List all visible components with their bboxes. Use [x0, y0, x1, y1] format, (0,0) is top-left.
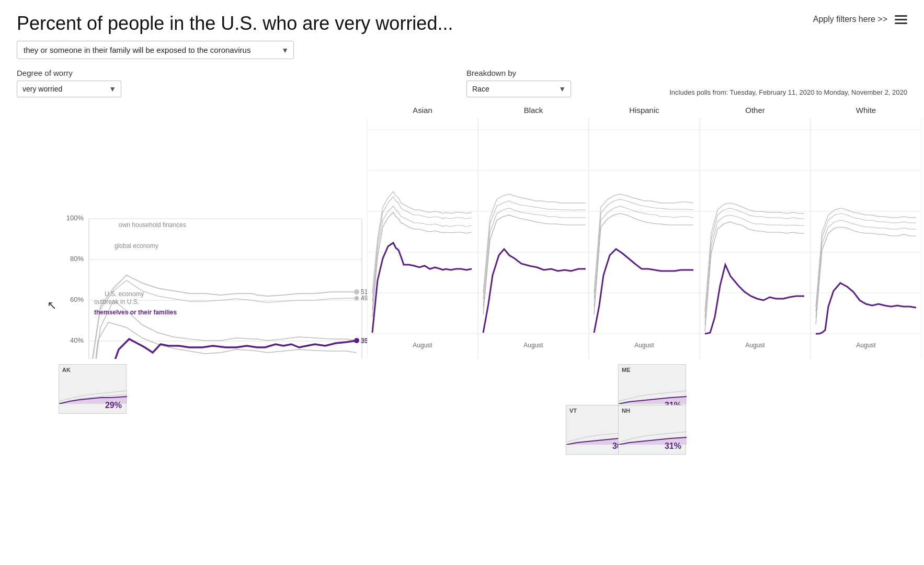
svg-text:Black: Black: [524, 106, 543, 115]
main-dropdown[interactable]: they or someone in their family will be …: [17, 41, 294, 59]
page-title: Percent of people in the U.S. who are ve…: [17, 13, 813, 35]
svg-text:August: August: [413, 342, 432, 349]
mini-map-chart-AK: [59, 372, 127, 404]
header-row: Percent of people in the U.S. who are ve…: [17, 13, 907, 35]
svg-text:Other: Other: [745, 106, 765, 115]
mini-map-pct-NH: 31%: [665, 442, 681, 451]
page-container: Percent of people in the U.S. who are ve…: [0, 0, 924, 565]
svg-text:August: August: [856, 342, 876, 349]
svg-text:80%: 80%: [70, 255, 84, 263]
svg-text:49%: 49%: [361, 295, 367, 302]
svg-text:August: August: [745, 342, 765, 349]
svg-text:Hispanic: Hispanic: [629, 106, 659, 115]
header-right: Apply filters here >>: [813, 13, 907, 24]
date-info: Includes polls from: Tuesday, February 1…: [669, 87, 907, 98]
hamburger-menu[interactable]: [895, 15, 907, 24]
main-chart-area: 100% 80% 60% 40% 20% 0% Feb 1 Apr 1: [17, 103, 367, 359]
svg-text:↖: ↖: [47, 299, 56, 312]
mini-map-chart-NH: [619, 413, 687, 445]
svg-text:Asian: Asian: [413, 106, 432, 115]
svg-text:60%: 60%: [70, 296, 84, 303]
charts-container: 100% 80% 60% 40% 20% 0% Feb 1 Apr 1: [17, 103, 907, 359]
svg-point-21: [355, 296, 359, 300]
svg-text:themselves or their families: themselves or their families: [94, 309, 177, 316]
svg-text:August: August: [634, 342, 654, 349]
breakdown-by-group: Breakdown by RaceAgeGenderIncome ▼: [466, 69, 571, 97]
mini-map-AK[interactable]: AK 29%: [59, 364, 127, 414]
main-dropdown-wrapper: they or someone in their family will be …: [17, 41, 294, 59]
svg-text:own household finances: own household finances: [119, 221, 186, 229]
main-dropdown-row: they or someone in their family will be …: [17, 41, 907, 59]
svg-text:White: White: [856, 106, 876, 115]
svg-text:August: August: [523, 342, 543, 349]
degree-of-worry-dropdown[interactable]: very worriedsomewhat worriednot worried: [17, 81, 121, 97]
degree-dropdown-wrapper: very worriedsomewhat worriednot worried …: [17, 81, 121, 97]
svg-text:35%: 35%: [361, 337, 367, 345]
mini-maps-row: AK 29% ME 31% VT: [17, 364, 907, 427]
breakdown-by-dropdown[interactable]: RaceAgeGenderIncome: [466, 81, 571, 97]
controls-row: Degree of worry very worriedsomewhat wor…: [17, 69, 907, 97]
mini-map-chart-ME: [619, 372, 687, 404]
svg-text:global economy: global economy: [115, 242, 158, 250]
mini-map-NH[interactable]: NH 31%: [618, 405, 686, 455]
svg-text:U.S. economy: U.S. economy: [105, 290, 144, 298]
svg-text:40%: 40%: [70, 336, 84, 344]
main-chart-svg: 100% 80% 60% 40% 20% 0% Feb 1 Apr 1: [17, 103, 367, 359]
svg-point-19: [354, 289, 359, 295]
breakdown-by-label: Breakdown by: [466, 69, 571, 77]
mini-map-pct-AK: 29%: [105, 401, 122, 410]
svg-text:outbreak in U.S.: outbreak in U.S.: [94, 298, 139, 306]
degree-of-worry-label: Degree of worry: [17, 69, 121, 77]
svg-point-25: [354, 338, 359, 343]
apply-filters-text[interactable]: Apply filters here >>: [813, 15, 887, 24]
degree-of-worry-group: Degree of worry very worriedsomewhat wor…: [17, 69, 121, 97]
svg-text:100%: 100%: [66, 214, 84, 222]
breakdown-chart-svg: Asian Black Hispanic Other White 100% 80…: [367, 103, 921, 359]
breakdown-dropdown-wrapper: RaceAgeGenderIncome ▼: [466, 81, 571, 97]
breakdown-chart-area: Asian Black Hispanic Other White 100% 80…: [367, 103, 921, 359]
